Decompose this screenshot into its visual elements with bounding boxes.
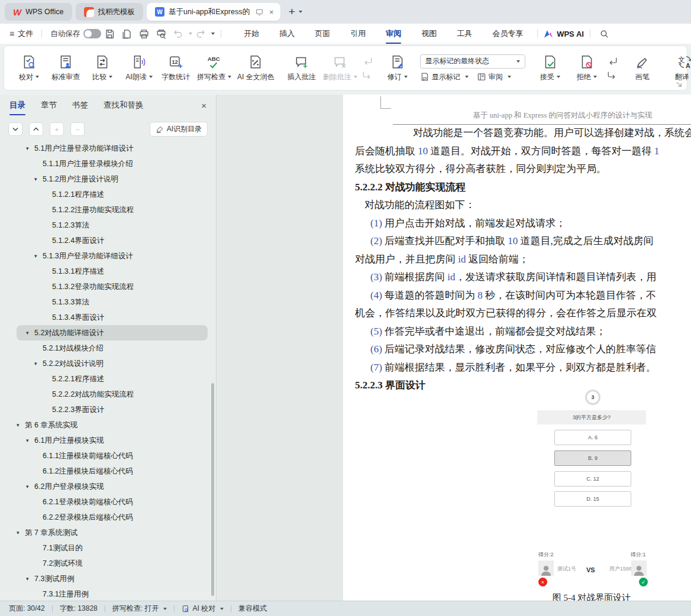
quick-toolbar-dropdown-icon[interactable] [211, 33, 215, 35]
toc-item[interactable]: ▾ 6.2用户登录模块实现 [0, 479, 216, 494]
toc-item[interactable]: ▾ 5.1用户注册登录功能详细设计 [0, 141, 216, 156]
ribbon-tab-插入[interactable]: 插入 [278, 28, 296, 39]
toc-item[interactable]: 5.2.2.1程序描述 [0, 371, 216, 387]
word-count-button[interactable]: 12 字数统计 [158, 52, 193, 85]
toc-item[interactable]: 5.1.3.4界面设计 [0, 310, 216, 325]
export-pdf-button[interactable] [121, 28, 133, 40]
toc-item[interactable]: 5.2.1对战模块介绍 [0, 341, 216, 356]
ribbon-tab-工具[interactable]: 工具 [456, 28, 473, 39]
undo-button[interactable] [173, 28, 183, 39]
undo-dropdown-icon[interactable] [189, 33, 192, 35]
ai-proofread-status[interactable]: AI 校对 [182, 604, 224, 614]
review-pane-button[interactable]: 审阅 [477, 72, 511, 82]
ai-read-aloud-button[interactable]: AI朗读 [121, 52, 157, 85]
toc-item[interactable]: 5.1.3.2登录功能实现流程 [0, 279, 216, 294]
ribbon-tab-会员专享[interactable]: 会员专享 [491, 28, 524, 39]
ai-recognize-toc-button[interactable]: AI识别目录 [150, 122, 208, 137]
close-pane-icon[interactable]: × [201, 100, 206, 111]
screen-share-icon[interactable] [256, 8, 263, 16]
toc-item[interactable]: 6.2.1登录模块前端核心代码 [0, 494, 216, 510]
toc-item[interactable]: 5.1.2.4界面设计 [0, 233, 216, 248]
tab-wps-office[interactable]: W WPS Office [5, 3, 72, 21]
toc-item[interactable]: 5.1.3.1程序描述 [0, 264, 216, 279]
nav-tab-章节[interactable]: 章节 [41, 100, 57, 111]
promote-button[interactable]: + [50, 122, 64, 136]
reject-changes-button[interactable]: 拒绝 [569, 52, 605, 85]
spell-check-button[interactable]: ABC 拼写检查 [195, 52, 234, 85]
word-count-indicator[interactable]: 字数: 13828 [60, 604, 98, 614]
toc-item[interactable]: ▾ 5.2对战功能详细设计 [17, 325, 208, 341]
ribbon-tab-页面[interactable]: 页面 [314, 28, 331, 39]
close-tab-icon[interactable]: × [267, 8, 276, 17]
ribbon-tab-视图[interactable]: 视图 [420, 28, 438, 39]
save-button[interactable] [104, 28, 115, 40]
toc-item[interactable]: 6.1.2注册模块后端核心代码 [0, 463, 216, 479]
ribbon-tab-引用[interactable]: 引用 [349, 28, 367, 39]
collapse-all-button[interactable] [29, 122, 43, 136]
toc-expand-arrow[interactable]: ▾ [34, 253, 43, 259]
page-indicator[interactable]: 页面: 30/42 [9, 604, 45, 614]
toc-item[interactable]: 7.3.1注册用例 [0, 586, 216, 601]
file-menu-button[interactable]: ≡ 文件 [7, 28, 35, 39]
ink-pen-button[interactable]: 画笔 [625, 52, 660, 85]
nav-tab-目录[interactable]: 目录 [9, 100, 25, 111]
toc-item[interactable]: ▾ 第 7 章系统测试 [0, 525, 216, 540]
toc-item[interactable]: 5.1.1用户注册登录模块介绍 [0, 156, 216, 171]
toc-item[interactable]: 6.2.2登录模块后端核心代码 [0, 510, 216, 525]
print-button[interactable] [138, 28, 150, 40]
wps-ai-button[interactable]: WPS AI [544, 30, 584, 38]
print-preview-button[interactable] [156, 28, 167, 40]
track-changes-button[interactable]: 修订 [380, 52, 415, 85]
toc-item[interactable]: 5.1.2.3算法 [0, 218, 216, 233]
battle-ui-figure[interactable]: 3 3的平方是多少? A. 6B. 9C. 12D. 15 得分:2 得分:1 … [343, 95, 691, 601]
toc-expand-arrow[interactable]: ▾ [26, 437, 34, 443]
redo-button[interactable] [195, 28, 206, 39]
proofread-button[interactable]: 校对 [11, 52, 47, 85]
tab-docer-templates[interactable]: 找稻壳模板 [76, 3, 144, 21]
toc-item[interactable]: 5.1.3.3算法 [0, 294, 216, 310]
insert-comment-button[interactable]: 插入批注 [284, 52, 319, 85]
tab-document[interactable]: W 基于uni-app和Express的问答 × [147, 3, 280, 21]
toc-item[interactable]: 5.1.2.1程序描述 [0, 187, 216, 202]
toc-item[interactable]: ▾ 5.1.2用户注册设计说明 [0, 171, 216, 187]
toc-item[interactable]: ▾ 7.3测试用例 [0, 571, 216, 586]
accept-changes-button[interactable]: 接受 [532, 52, 568, 85]
toc-expand-arrow[interactable]: ▾ [26, 330, 34, 336]
toc-item[interactable]: 5.1.2.2注册功能实现流程 [0, 202, 216, 218]
tab-list-dropdown-icon[interactable] [299, 11, 302, 13]
collapse-ribbon-icon[interactable] [676, 81, 682, 87]
demote-button[interactable]: − [70, 122, 85, 136]
toc-expand-arrow[interactable]: ▾ [17, 422, 25, 428]
toc-expand-arrow[interactable]: ▾ [26, 145, 34, 151]
delete-comment-button[interactable]: 删除批注 [321, 52, 360, 85]
autosave-toggle[interactable] [83, 29, 101, 38]
markup-state-select[interactable]: 显示标记的最终状态 [420, 54, 525, 69]
toc-item[interactable]: 7.1测试目的 [0, 540, 216, 556]
sidebar-scrollbar[interactable] [211, 383, 214, 596]
show-markup-button[interactable]: 显示标记 [420, 72, 469, 82]
toc-item[interactable]: 5.2.2.3界面设计 [0, 402, 216, 417]
document-page[interactable]: 基于 uni-app 和 Express 的问答对战小程序的设计与实现 对战功能… [343, 95, 691, 601]
toc-item[interactable]: 6.1.1注册模块前端核心代码 [0, 448, 216, 463]
search-icon[interactable] [599, 29, 609, 39]
toc-expand-arrow[interactable]: ▾ [26, 484, 34, 489]
ribbon-tab-开始[interactable]: 开始 [243, 28, 260, 39]
toc-item[interactable]: ▾ 第 6 章系统实现 [0, 417, 216, 433]
nav-tab-书签[interactable]: 书签 [72, 100, 88, 111]
ribbon-tab-审阅[interactable]: 审阅 [385, 28, 402, 39]
toc-expand-arrow[interactable]: ▾ [26, 576, 34, 582]
expand-all-button[interactable] [8, 122, 22, 136]
toc-expand-arrow[interactable]: ▾ [34, 361, 43, 367]
compare-button[interactable]: 比较 [85, 52, 120, 85]
new-tab-button[interactable]: + [289, 5, 295, 18]
toc-item[interactable]: ▾ 5.1.3用户登录功能详细设计 [0, 248, 216, 264]
previous-change-icon[interactable] [607, 56, 618, 66]
toc-item[interactable]: 5.2.2.2对战功能实现流程 [0, 387, 216, 402]
toc-item[interactable]: ▾ 6.1用户注册模块实现 [0, 433, 216, 448]
toc-item[interactable]: ▾ 5.2.2对战设计说明 [0, 356, 216, 371]
next-change-icon[interactable] [607, 70, 618, 80]
toc-expand-arrow[interactable]: ▾ [17, 530, 25, 536]
previous-comment-icon[interactable] [362, 56, 373, 66]
next-comment-icon[interactable] [362, 70, 373, 80]
ai-polish-button[interactable]: AI 全文润色 [235, 52, 277, 85]
